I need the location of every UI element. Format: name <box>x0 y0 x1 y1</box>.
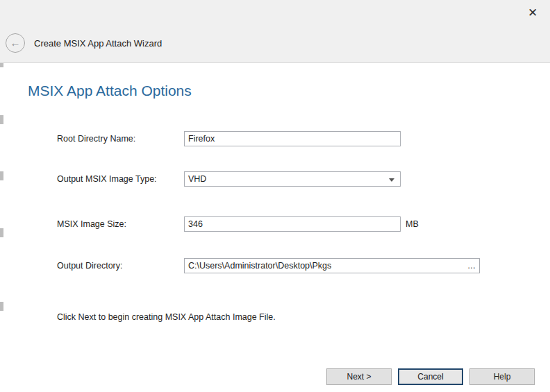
ellipsis-icon: … <box>467 261 476 271</box>
instruction-text: Click Next to begin creating MSIX App At… <box>57 312 276 322</box>
header-title-row: ← Create MSIX App Attach Wizard <box>6 33 162 53</box>
image-type-dropdown[interactable]: VHD <box>184 171 401 187</box>
next-button[interactable]: Next > <box>326 368 392 385</box>
page-heading: MSIX App Attach Options <box>28 83 192 99</box>
wizard-header: ✕ ← Create MSIX App Attach Wizard <box>0 0 550 63</box>
window-edge-artifact <box>0 115 3 124</box>
wizard-title: Create MSIX App Attach Wizard <box>34 38 162 49</box>
create-msix-app-attach-wizard-window: ✕ ← Create MSIX App Attach Wizard MSIX A… <box>0 0 550 392</box>
close-icon: ✕ <box>528 6 538 19</box>
window-edge-artifact <box>0 302 3 311</box>
image-size-label: MSIX Image Size: <box>57 216 126 232</box>
window-edge-artifact <box>0 228 3 237</box>
cancel-button[interactable]: Cancel <box>398 368 463 385</box>
output-directory-input[interactable] <box>185 259 464 273</box>
image-type-label: Output MSIX Image Type: <box>57 171 157 187</box>
close-button[interactable]: ✕ <box>524 4 542 22</box>
image-size-unit: MB <box>406 216 419 232</box>
chevron-down-icon <box>389 178 394 182</box>
browse-button[interactable]: … <box>464 259 479 273</box>
help-button[interactable]: Help <box>469 368 535 385</box>
image-type-selected-value: VHD <box>188 174 206 184</box>
output-directory-field: … <box>184 258 480 273</box>
root-directory-input[interactable] <box>184 131 401 146</box>
back-button[interactable]: ← <box>6 33 25 53</box>
window-edge-artifact <box>0 171 3 180</box>
root-directory-label: Root Directry Name: <box>57 131 135 146</box>
back-arrow-icon: ← <box>10 37 21 48</box>
output-directory-label: Output Directory: <box>57 258 122 273</box>
image-size-input[interactable] <box>184 216 401 232</box>
